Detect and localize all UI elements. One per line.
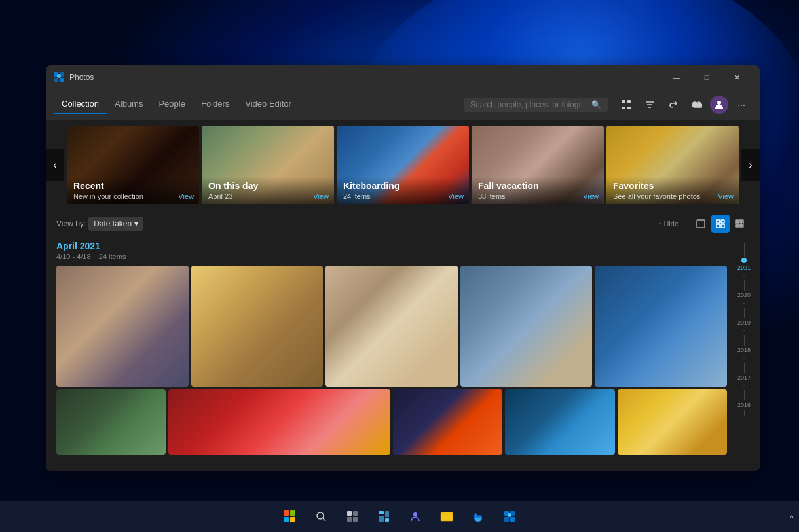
timeline-year-2018[interactable]: 2018 [737,347,751,353]
timeline-line-4 [744,363,745,373]
featured-prev-button[interactable]: ‹ [46,149,64,181]
hide-label[interactable]: ↑ Hide [658,220,678,228]
card-title-kite: Kiteboarding [343,181,462,191]
svg-rect-35 [385,511,389,517]
svg-point-4 [57,74,61,78]
view-by-value: Date taken [94,219,132,228]
photo-item[interactable] [618,389,727,455]
view-by-select[interactable]: Date taken ▾ [88,217,143,231]
svg-point-42 [508,513,511,517]
svg-rect-2 [54,78,58,82]
win-logo-q1 [284,510,289,516]
card-title-fall: Fall vacaction [478,181,597,191]
card-subtitle-favorites: See all your favorite photos [613,192,732,200]
filter-button[interactable] [639,94,660,115]
svg-rect-8 [627,107,631,109]
svg-line-28 [323,518,325,521]
featured-section: ‹ Recent New in your collection View On … [46,120,760,209]
maximize-button[interactable]: □ [692,65,722,89]
more-button[interactable]: ··· [731,94,752,115]
taskbar-teams-button[interactable] [401,502,430,531]
svg-rect-23 [741,222,743,224]
featured-next-button[interactable]: › [741,149,760,181]
timeline-marker-active [741,258,747,263]
taskbar-widgets-button[interactable] [369,502,398,531]
card-view-onthisday[interactable]: View [313,192,329,200]
taskbar-edge-button[interactable] [464,502,492,531]
timeline-year-2019[interactable]: 2019 [737,319,751,326]
search-box[interactable]: 🔍 [464,98,608,112]
taskbar-explorer-button[interactable] [432,502,461,531]
chevron-down-icon: ▾ [134,219,138,228]
taskbar-search-button[interactable] [307,502,335,531]
tab-albums[interactable]: Albums [107,95,151,114]
card-subtitle-onthisday: April 23 [208,192,327,200]
view-toggle-group [692,215,749,233]
timeline-line-2 [744,308,745,318]
search-input[interactable] [470,100,587,109]
featured-card-recent[interactable]: Recent New in your collection View [67,126,199,204]
card-view-favorites[interactable]: View [718,192,734,200]
minimize-button[interactable]: — [661,65,692,89]
timeline-line-6 [744,410,745,416]
card-view-kite[interactable]: View [448,192,464,200]
photo-item[interactable] [168,389,390,455]
tab-people[interactable]: People [151,95,193,114]
search-icon: 🔍 [591,100,601,109]
timeline-line-5 [744,390,745,400]
card-view-fall[interactable]: View [583,192,599,200]
tab-collection[interactable]: Collection [54,95,107,114]
timeline-year-2021[interactable]: 2021 [737,264,751,271]
svg-rect-21 [736,222,738,224]
taskbar-start-button[interactable] [275,502,304,531]
svg-rect-25 [739,225,741,227]
section-meta: 4/10 - 4/18 24 items [56,253,727,260]
view-list-button[interactable] [692,215,710,233]
featured-card-kiteboarding[interactable]: Kiteboarding 24 items View [337,126,469,204]
share-button[interactable] [663,94,684,115]
svg-rect-17 [721,224,724,228]
taskbar-chevron-up[interactable]: ^ [790,514,794,523]
onedrive-button[interactable] [686,94,707,115]
view-by-label: View by: [56,219,86,228]
user-avatar[interactable] [710,96,728,114]
featured-card-favorites[interactable]: Favorites See all your favorite photos V… [606,126,739,204]
card-view-recent[interactable]: View [178,192,194,200]
svg-rect-13 [697,220,705,228]
card-subtitle-kite: 24 items [343,192,462,200]
featured-card-onthisday[interactable]: On this day April 23 View [202,126,334,204]
card-title-onthisday: On this day [208,181,327,191]
photo-section: April 2021 4/10 - 4/18 24 items [46,238,760,465]
timeline-line-3 [744,335,745,346]
photo-item[interactable] [56,266,189,387]
svg-rect-36 [385,518,389,522]
svg-point-37 [413,512,417,516]
timeline-year-2020[interactable]: 2020 [737,292,751,298]
taskbar-taskview-button[interactable] [338,502,367,531]
view-compact-button[interactable] [731,215,749,233]
svg-point-12 [717,101,721,105]
photo-item[interactable] [393,389,502,455]
photo-item[interactable] [595,266,727,387]
photo-item[interactable] [325,266,458,387]
svg-rect-20 [741,220,743,222]
section-controls: View by: Date taken ▾ ↑ Hide [46,209,760,238]
svg-rect-19 [739,220,741,222]
timeline-year-2016[interactable]: 2016 [737,402,751,408]
photo-item[interactable] [505,389,614,455]
featured-card-fallvacation[interactable]: Fall vacaction 38 items View [472,126,604,204]
tab-video-editor[interactable]: Video Editor [237,95,299,114]
svg-rect-31 [347,517,352,522]
close-button[interactable]: ✕ [722,65,752,89]
timeline-year-2017[interactable]: 2017 [737,374,751,381]
tab-folders[interactable]: Folders [193,95,237,114]
photo-item[interactable] [191,266,324,387]
photo-item[interactable] [460,266,593,387]
taskbar-photos-button[interactable] [495,502,524,531]
import-button[interactable] [616,94,637,115]
svg-rect-32 [353,517,358,522]
card-subtitle-recent: New in your collection [73,192,193,200]
photo-item[interactable] [56,389,166,455]
win-logo-q2 [290,510,295,516]
view-grid-button[interactable] [711,215,730,233]
